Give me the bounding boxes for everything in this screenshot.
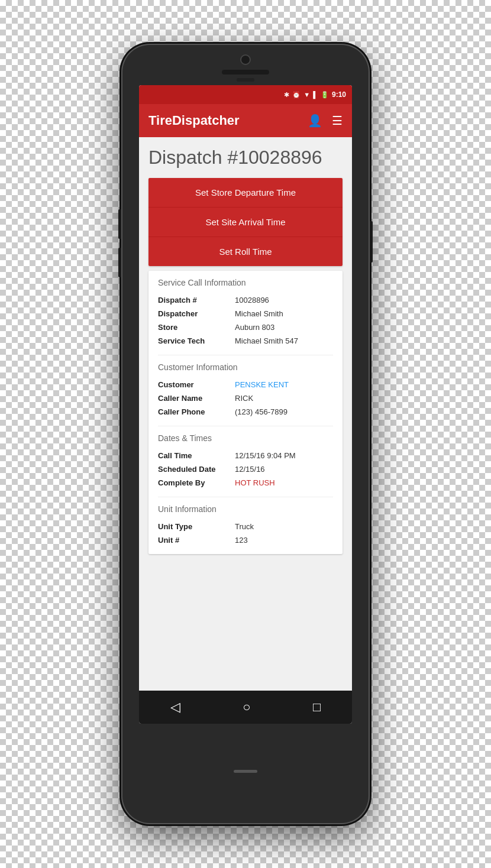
unit-table: Unit Type Truck Unit # 123 bbox=[148, 517, 343, 554]
call-time-value: 12/15/16 9:04 PM bbox=[235, 451, 296, 460]
volume-up-button[interactable] bbox=[118, 209, 121, 239]
table-row: Complete By HOT RUSH bbox=[158, 476, 333, 490]
phone-bottom bbox=[234, 724, 257, 824]
battery-icon: 🔋 bbox=[321, 91, 329, 99]
bluetooth-icon: ✱ bbox=[284, 91, 289, 99]
table-row: Scheduled Date 12/15/16 bbox=[158, 462, 333, 476]
page-title: Dispatch #10028896 bbox=[148, 147, 343, 169]
set-store-departure-button[interactable]: Set Store Departure Time bbox=[148, 178, 343, 208]
app-bar-icons: 👤 ☰ bbox=[308, 114, 343, 128]
table-row: Dispatcher Michael Smith bbox=[158, 307, 333, 320]
customer-value[interactable]: PENSKE KENT bbox=[235, 380, 289, 389]
power-button[interactable] bbox=[370, 221, 373, 263]
table-row: Unit # 123 bbox=[158, 533, 333, 547]
status-bar: ✱ ⏰ ▼ ▌ 🔋 9:10 bbox=[139, 85, 352, 104]
volume-down-button[interactable] bbox=[118, 248, 121, 277]
dispatch-num-label: Dispatch # bbox=[158, 296, 235, 305]
table-row: Store Auburn 803 bbox=[158, 320, 333, 334]
complete-by-value: HOT RUSH bbox=[235, 478, 275, 487]
table-row: Service Tech Michael Smith 547 bbox=[158, 334, 333, 348]
speaker bbox=[222, 70, 269, 75]
service-call-table: Dispatch # 10028896 Dispatcher Michael S… bbox=[148, 291, 343, 355]
dispatch-num-value: 10028896 bbox=[235, 296, 269, 305]
dates-section-title: Dates & Times bbox=[148, 426, 343, 446]
scheduled-date-label: Scheduled Date bbox=[158, 465, 235, 474]
home-indicator bbox=[234, 770, 257, 773]
table-row: Customer PENSKE KENT bbox=[158, 378, 333, 391]
caller-phone-label: Caller Phone bbox=[158, 407, 235, 416]
table-row: Caller Phone (123) 456-7899 bbox=[158, 405, 333, 419]
caller-name-value: RICK bbox=[235, 394, 253, 403]
phone-frame: ✱ ⏰ ▼ ▌ 🔋 9:10 TireDispatcher 👤 ☰ Dispat… bbox=[121, 44, 370, 824]
set-site-arrival-button[interactable]: Set Site Arrival Time bbox=[148, 208, 343, 237]
camera bbox=[240, 54, 251, 65]
service-call-section-title: Service Call Information bbox=[148, 271, 343, 291]
dispatcher-value: Michael Smith bbox=[235, 309, 283, 318]
store-value: Auburn 803 bbox=[235, 323, 274, 332]
app-bar: TireDispatcher 👤 ☰ bbox=[139, 104, 352, 137]
dispatcher-label: Dispatcher bbox=[158, 309, 235, 318]
set-roll-time-button[interactable]: Set Roll Time bbox=[148, 237, 343, 266]
service-call-card: Service Call Information Dispatch # 1002… bbox=[148, 271, 343, 554]
table-row: Dispatch # 10028896 bbox=[158, 293, 333, 307]
action-buttons-card: Set Store Departure Time Set Site Arriva… bbox=[148, 178, 343, 266]
table-row: Call Time 12/15/16 9:04 PM bbox=[158, 449, 333, 462]
unit-section-title: Unit Information bbox=[148, 497, 343, 517]
content-area: Dispatch #10028896 Set Store Departure T… bbox=[139, 137, 352, 691]
status-time: 9:10 bbox=[332, 90, 346, 99]
app-logo: TireDispatcher bbox=[148, 113, 240, 128]
scheduled-date-value: 12/15/16 bbox=[235, 465, 265, 474]
screen: ✱ ⏰ ▼ ▌ 🔋 9:10 TireDispatcher 👤 ☰ Dispat… bbox=[139, 85, 352, 724]
unit-num-value: 123 bbox=[235, 536, 248, 545]
unit-type-value: Truck bbox=[235, 522, 254, 531]
unit-type-label: Unit Type bbox=[158, 522, 235, 531]
table-row: Unit Type Truck bbox=[158, 520, 333, 533]
logo-tire: Tire bbox=[148, 113, 172, 128]
caller-name-label: Caller Name bbox=[158, 394, 235, 403]
caller-phone-value: (123) 456-7899 bbox=[235, 407, 288, 416]
table-row: Caller Name RICK bbox=[158, 391, 333, 405]
user-icon[interactable]: 👤 bbox=[308, 114, 322, 128]
wifi-icon: ▼ bbox=[303, 91, 310, 98]
customer-section-title: Customer Information bbox=[148, 355, 343, 375]
call-time-label: Call Time bbox=[158, 451, 235, 460]
service-tech-label: Service Tech bbox=[158, 336, 235, 345]
status-icons: ✱ ⏰ ▼ ▌ 🔋 9:10 bbox=[284, 90, 346, 99]
logo-dispatcher: Dispatcher bbox=[172, 113, 240, 128]
customer-table: Customer PENSKE KENT Caller Name RICK Ca… bbox=[148, 375, 343, 426]
unit-num-label: Unit # bbox=[158, 536, 235, 545]
menu-icon[interactable]: ☰ bbox=[332, 114, 343, 128]
home-nav-button[interactable]: ○ bbox=[243, 699, 250, 715]
back-nav-button[interactable]: ◁ bbox=[170, 699, 180, 715]
customer-label: Customer bbox=[158, 380, 235, 389]
service-tech-value: Michael Smith 547 bbox=[235, 336, 298, 345]
recent-nav-button[interactable]: □ bbox=[313, 699, 321, 715]
nav-bar: ◁ ○ □ bbox=[139, 691, 352, 724]
dates-table: Call Time 12/15/16 9:04 PM Scheduled Dat… bbox=[148, 446, 343, 497]
alarm-icon: ⏰ bbox=[292, 91, 301, 99]
sensor bbox=[237, 78, 254, 82]
store-label: Store bbox=[158, 323, 235, 332]
signal-icon: ▌ bbox=[313, 91, 318, 98]
phone-top bbox=[121, 44, 370, 85]
complete-by-label: Complete By bbox=[158, 478, 235, 487]
